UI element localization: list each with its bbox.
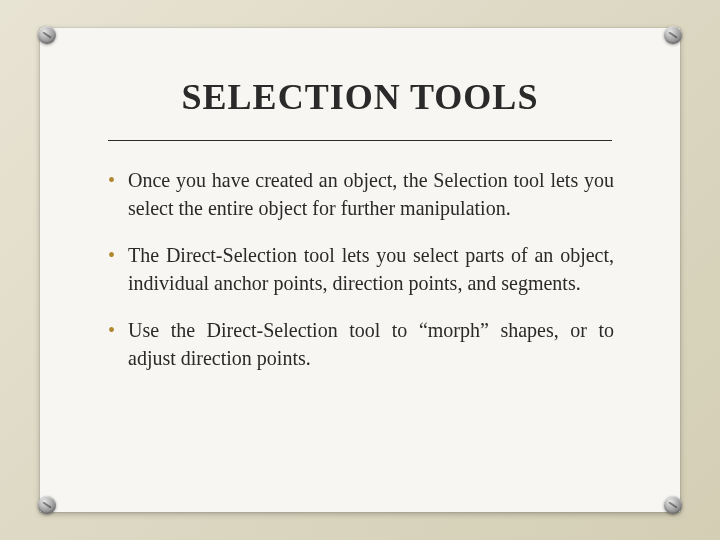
- screw-icon: [38, 26, 56, 44]
- list-item: Use the Direct-Selection tool to “morph”…: [106, 317, 614, 372]
- bullet-list: Once you have created an object, the Sel…: [100, 167, 620, 373]
- title-rule: [108, 140, 612, 141]
- slide-paper: SELECTION TOOLS Once you have created an…: [40, 28, 680, 512]
- list-item: Once you have created an object, the Sel…: [106, 167, 614, 222]
- screw-icon: [664, 26, 682, 44]
- screw-icon: [38, 496, 56, 514]
- slide-title: SELECTION TOOLS: [100, 76, 620, 118]
- list-item: The Direct-Selection tool lets you selec…: [106, 242, 614, 297]
- screw-icon: [664, 496, 682, 514]
